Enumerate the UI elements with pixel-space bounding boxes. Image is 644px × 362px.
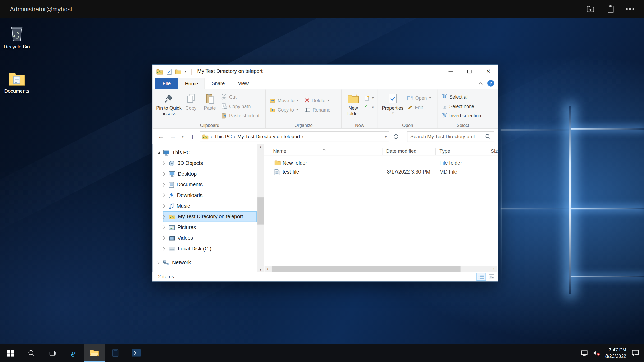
start-button[interactable] bbox=[0, 344, 21, 362]
copy-path-button[interactable]: Copy path bbox=[219, 102, 261, 110]
nav-item-local-disk-c[interactable]: Local Disk (C:) bbox=[152, 243, 257, 254]
horizontal-scrollbar[interactable]: ‹ › bbox=[265, 266, 497, 272]
qat-customize-chevron-icon[interactable]: ▾ bbox=[185, 69, 186, 73]
move-to-button[interactable]: Move to ▾ bbox=[268, 96, 300, 105]
window-system-icon[interactable] bbox=[156, 68, 163, 75]
internet-explorer-button[interactable]: e bbox=[63, 344, 84, 362]
address-dropdown-chevron-icon[interactable]: ▾ bbox=[385, 134, 387, 139]
collapsed-chevron-icon[interactable] bbox=[156, 261, 160, 265]
large-icons-view-button[interactable] bbox=[487, 273, 496, 281]
nav-item-desktop[interactable]: Desktop bbox=[152, 169, 257, 179]
paste-button[interactable]: Paste bbox=[200, 90, 219, 111]
column-header-size[interactable]: Size bbox=[491, 148, 498, 154]
scrollbar-thumb[interactable] bbox=[272, 266, 461, 272]
navigation-scrollbar[interactable]: ▲ ▼ bbox=[257, 144, 264, 272]
nav-item-3d-objects[interactable]: 3D Objects bbox=[152, 158, 257, 169]
scroll-right-icon[interactable]: › bbox=[491, 266, 497, 272]
collapsed-chevron-icon[interactable] bbox=[162, 193, 166, 198]
properties-button[interactable]: Properties ▾ bbox=[380, 90, 405, 115]
nav-item-network[interactable]: Network bbox=[152, 257, 257, 268]
clipboard-icon[interactable] bbox=[607, 4, 615, 13]
breadcrumb-chevron-icon[interactable]: › bbox=[234, 134, 236, 139]
collapsed-chevron-icon[interactable] bbox=[162, 236, 166, 240]
column-header-name[interactable]: Name bbox=[273, 148, 286, 154]
minimize-button[interactable] bbox=[441, 65, 460, 78]
column-header-type[interactable]: Type bbox=[439, 148, 450, 154]
breadcrumb-chevron-icon[interactable]: › bbox=[211, 134, 212, 139]
edit-button[interactable]: Edit bbox=[405, 103, 433, 112]
scroll-up-icon[interactable]: ▲ bbox=[257, 144, 264, 150]
nav-item-my-test-directory[interactable]: My Test Directory on teleport bbox=[152, 211, 257, 222]
address-bar[interactable]: › This PC › My Test Directory on telepor… bbox=[200, 131, 389, 142]
nav-item-pictures[interactable]: Pictures bbox=[152, 222, 257, 233]
column-header-date-modified[interactable]: Date modified bbox=[386, 148, 416, 154]
breadcrumb-this-pc[interactable]: This PC bbox=[214, 134, 232, 140]
forward-button[interactable]: → bbox=[168, 133, 178, 140]
file-row-new-folder[interactable]: New folder File folder bbox=[264, 159, 498, 168]
breadcrumb-current-folder[interactable]: My Test Directory on teleport bbox=[237, 134, 300, 140]
search-box[interactable] bbox=[407, 131, 494, 142]
file-explorer-button[interactable] bbox=[84, 344, 105, 362]
easy-access-button[interactable]: ▾ bbox=[363, 103, 375, 112]
task-view-button[interactable] bbox=[42, 344, 63, 362]
taskbar-clock[interactable]: 3:47 PM 8/23/2022 bbox=[605, 346, 627, 360]
copy-to-button[interactable]: Copy to ▾ bbox=[268, 105, 300, 114]
new-folder-button[interactable]: New folder bbox=[344, 90, 362, 117]
scrollbar-track[interactable] bbox=[271, 266, 491, 272]
paste-shortcut-button[interactable]: Paste shortcut bbox=[219, 111, 261, 120]
expanded-chevron-icon[interactable] bbox=[156, 151, 160, 155]
powershell-button[interactable] bbox=[126, 344, 146, 362]
nav-item-downloads[interactable]: Downloads bbox=[152, 190, 257, 201]
more-options-icon[interactable] bbox=[626, 8, 634, 10]
collapsed-chevron-icon[interactable] bbox=[162, 172, 166, 176]
new-item-button[interactable]: ▾ bbox=[363, 94, 375, 102]
close-button[interactable]: × bbox=[479, 65, 498, 78]
collapsed-chevron-icon[interactable] bbox=[162, 183, 166, 187]
tab-share[interactable]: Share bbox=[205, 78, 231, 89]
collapse-ribbon-icon[interactable] bbox=[479, 82, 483, 85]
refresh-button[interactable] bbox=[392, 134, 401, 140]
invert-selection-button[interactable]: Invert selection bbox=[440, 111, 483, 120]
tray-volume-muted-icon[interactable] bbox=[593, 350, 600, 356]
tab-home[interactable]: Home bbox=[178, 78, 205, 89]
action-center-icon[interactable] bbox=[632, 350, 639, 356]
details-view-button[interactable] bbox=[476, 273, 486, 281]
breadcrumb-chevron-icon[interactable]: › bbox=[302, 134, 304, 139]
help-icon[interactable]: ? bbox=[487, 80, 494, 87]
file-row-test-file[interactable]: test-file 8/17/2022 3:30 PM MD File bbox=[264, 168, 498, 177]
collapsed-chevron-icon[interactable] bbox=[162, 247, 166, 251]
recent-locations-chevron-icon[interactable]: ▾ bbox=[180, 134, 186, 139]
collapsed-chevron-icon[interactable] bbox=[162, 225, 166, 230]
select-none-button[interactable]: Select none bbox=[440, 102, 483, 110]
collapsed-chevron-icon[interactable] bbox=[162, 204, 166, 208]
back-button[interactable]: ← bbox=[156, 133, 166, 140]
delete-button[interactable]: Delete ▾ bbox=[303, 96, 332, 105]
nav-item-documents[interactable]: Documents bbox=[152, 179, 257, 190]
title-bar[interactable]: ▾ | My Test Directory on teleport × bbox=[152, 65, 498, 78]
qat-properties-icon[interactable] bbox=[166, 68, 172, 75]
scrollbar-thumb[interactable] bbox=[257, 197, 264, 225]
desktop-icon-documents[interactable]: Documents bbox=[1, 66, 33, 94]
tab-view[interactable]: View bbox=[231, 78, 255, 89]
tab-file[interactable]: File bbox=[155, 78, 178, 89]
pin-to-quick-access-button[interactable]: Pin to Quick access bbox=[156, 90, 181, 117]
scroll-left-icon[interactable]: ‹ bbox=[265, 266, 271, 272]
up-button[interactable]: ↑ bbox=[188, 133, 197, 140]
nav-item-this-pc[interactable]: This PC bbox=[152, 147, 257, 158]
nav-item-videos[interactable]: Videos bbox=[152, 233, 257, 243]
collapsed-chevron-icon[interactable] bbox=[162, 161, 166, 165]
select-all-button[interactable]: Select all bbox=[440, 92, 483, 101]
tray-display-icon[interactable] bbox=[581, 350, 588, 356]
file-transfer-icon[interactable] bbox=[586, 4, 595, 13]
search-icon[interactable] bbox=[485, 134, 491, 140]
maximize-button[interactable] bbox=[460, 65, 479, 78]
collapsed-chevron-icon[interactable] bbox=[162, 215, 166, 219]
qat-new-folder-icon[interactable] bbox=[175, 69, 182, 74]
dark-app-button[interactable] bbox=[105, 344, 126, 362]
nav-item-music[interactable]: Music bbox=[152, 201, 257, 211]
cut-button[interactable]: Cut bbox=[219, 92, 261, 101]
open-button[interactable]: Open ▾ bbox=[405, 94, 433, 102]
taskbar-search-button[interactable] bbox=[21, 344, 42, 362]
rename-button[interactable]: Rename bbox=[303, 105, 332, 114]
desktop-icon-recycle-bin[interactable]: Recycle Bin bbox=[1, 21, 33, 50]
